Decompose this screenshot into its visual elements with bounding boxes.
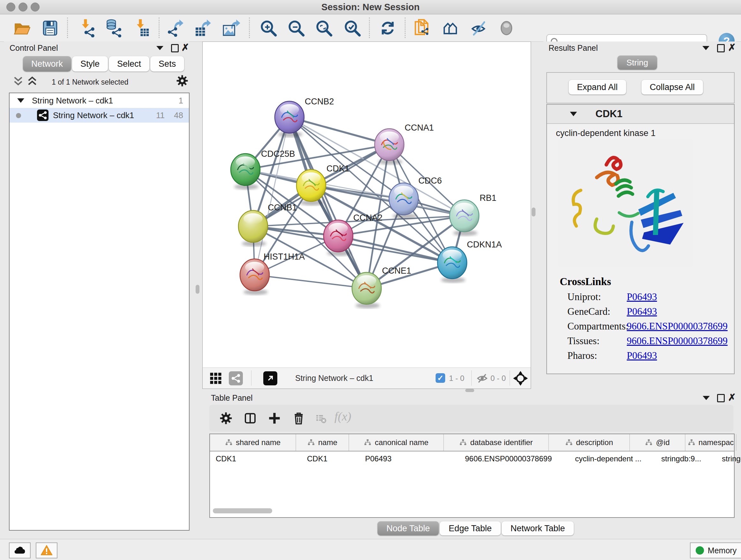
tab-node-table[interactable]: Node Table [378,521,439,536]
protein-header-row[interactable]: CDK1 [547,105,734,124]
tab-select[interactable]: Select [109,56,149,71]
table-cell[interactable]: cyclin-dependent ... [569,451,656,466]
crosslink-link[interactable]: P06493 [627,291,657,303]
zoom-fit-icon[interactable] [315,19,333,37]
tab-edge-table[interactable]: Edge Table [440,521,501,536]
network-node-CCNE1[interactable]: CCNE1 [352,266,411,308]
network-node-RB1[interactable]: RB1 [450,193,496,236]
clone-network-icon[interactable] [413,19,431,37]
column-header-database-identifier[interactable]: database identifier [444,434,549,451]
zoom-selected-icon[interactable] [343,19,361,37]
table-cell[interactable]: CDK1 [301,451,359,466]
show-columns-icon[interactable] [244,412,257,425]
results-panel-menu-icon[interactable] [702,46,710,50]
export-network-icon[interactable] [167,19,186,37]
tab-style[interactable]: Style [72,56,108,71]
home-icon[interactable] [441,19,460,37]
network-node-CDKN1A[interactable]: CDKN1A [437,240,502,283]
expand-collapse-box: Expand All Collapse All [546,72,735,104]
network-node-CDC6[interactable]: CDC6 [389,176,442,219]
crosslinks-title: CrossLinks [560,276,611,288]
column-header--id[interactable]: @id [630,434,685,451]
crosslink-link[interactable]: 9606.ENSP00000378699 [627,320,728,332]
table-cell[interactable]: P06493 [359,451,459,466]
tree-collapse-caret-icon[interactable] [17,98,24,103]
hidden-counts: 0 - 0 [490,368,506,388]
table-horizontal-scrollbar[interactable] [213,508,272,513]
network-options-gear-icon[interactable] [176,75,188,87]
import-network-file-icon[interactable] [78,19,96,37]
tab-network-table[interactable]: Network Table [502,521,574,536]
table-cell[interactable]: 9606.ENSP00000378699 [459,451,569,466]
table-panel-float-icon[interactable] [717,394,725,402]
node-label-RB1: RB1 [480,193,496,203]
hidden-eye-slash-icon[interactable] [476,373,488,384]
control-panel-menu-icon[interactable] [156,46,163,50]
protein-collapse-caret-icon[interactable] [570,112,577,116]
warnings-button[interactable] [36,543,57,558]
show-all-icon[interactable] [497,19,516,37]
network-edge[interactable] [255,275,367,288]
table-gear-icon[interactable] [219,412,232,425]
table-panel-close-icon[interactable]: ✗ [728,393,736,401]
pan-crosshair-icon[interactable] [513,371,528,386]
control-panel-close-icon[interactable]: ✗ [181,44,189,52]
collapse-all-button[interactable]: Collapse All [642,80,703,95]
zoom-in-icon[interactable] [259,19,278,37]
results-panel-float-icon[interactable] [717,44,725,52]
network-canvas[interactable]: CCNB2CCNA1CDC25BCDK1CDC6RB1CCNB1CCNA2CDK… [203,42,531,368]
tree-row-collection[interactable]: String Network – cdk1 1 [10,93,189,108]
crosslink-link[interactable]: 9606.ENSP00000378699 [627,335,728,347]
crosslink-label: Tissues: [567,335,600,347]
selected-checkbox-icon[interactable]: ✓ [435,373,445,383]
table-cell[interactable]: stringdb [716,451,741,466]
tree-row-network[interactable]: String Network – cdk1 11 48 [10,108,189,123]
table-row[interactable]: CDK1CDK1P064939606.ENSP00000378699cyclin… [210,451,734,466]
results-panel-close-icon[interactable]: ✗ [728,44,736,52]
table-panel-menu-icon[interactable] [703,396,710,400]
node-label-CCNA2: CCNA2 [353,213,383,223]
column-header-namespac[interactable]: namespac [685,434,737,451]
cloud-button[interactable] [9,543,30,558]
zoom-out-icon[interactable] [287,19,306,37]
tab-network[interactable]: Network [23,56,71,71]
control-panel-float-icon[interactable] [171,44,179,52]
hide-selected-icon[interactable] [469,19,488,37]
export-table-icon[interactable] [194,19,212,37]
memory-button[interactable]: Memory [690,543,741,558]
expand-all-networks-icon[interactable] [27,76,38,87]
bottom-splitter-handle[interactable] [465,389,474,392]
node-label-CDC25B: CDC25B [261,149,295,159]
crosslink-link[interactable]: P06493 [627,350,657,361]
column-header-label: @id [656,438,670,447]
grid-view-icon[interactable] [209,372,222,385]
right-splitter-handle[interactable] [532,207,536,216]
table-cell[interactable]: CDK1 [210,451,301,466]
network-node-HIST1H1A[interactable]: HIST1H1A [240,252,305,295]
column-header-name[interactable]: name [296,434,349,451]
column-type-icon [459,439,467,446]
collapse-all-networks-icon[interactable] [13,76,23,87]
birds-eye-view-icon[interactable] [229,371,243,385]
tab-string[interactable]: String [617,56,657,70]
tab-sets[interactable]: Sets [150,56,184,71]
node-label-CDK1: CDK1 [327,164,349,173]
network-node-CDC25B[interactable]: CDC25B [231,149,295,190]
column-header-description[interactable]: description [549,434,630,451]
crosslink-link[interactable]: P06493 [627,306,657,317]
column-header-shared-name[interactable]: shared name [210,434,296,451]
left-splitter-handle[interactable] [196,285,199,294]
table-cell[interactable]: stringdb:9... [656,451,716,466]
node-label-HIST1H1A: HIST1H1A [264,252,305,261]
export-image-icon[interactable] [223,19,241,37]
expand-all-button[interactable]: Expand All [569,80,626,95]
add-column-icon[interactable] [268,412,281,425]
import-table-file-icon[interactable] [133,19,151,37]
detach-view-icon[interactable] [263,371,277,385]
column-header-canonical-name[interactable]: canonical name [349,434,444,451]
refresh-icon[interactable] [379,19,397,37]
delete-column-trash-icon[interactable] [292,412,305,425]
save-session-icon[interactable] [41,19,59,37]
open-session-icon[interactable] [13,19,31,37]
import-network-database-icon[interactable] [104,19,123,37]
